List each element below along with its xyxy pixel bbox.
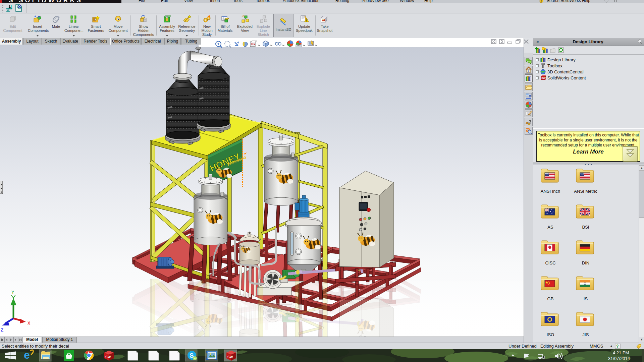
svg-text:?: ? bbox=[541, 0, 542, 3]
svg-text:!: ! bbox=[306, 19, 307, 22]
svg-text:X: X bbox=[28, 321, 31, 326]
svg-text:e: e bbox=[24, 349, 30, 361]
svg-text:Z: Z bbox=[1, 327, 3, 333]
svg-text:SW: SW bbox=[227, 355, 233, 359]
svg-text:Y: Y bbox=[11, 290, 14, 295]
svg-text:SW: SW bbox=[541, 77, 546, 80]
svg-text:31/07/2014: 31/07/2014 bbox=[608, 356, 630, 361]
svg-text:?: ? bbox=[616, 344, 619, 349]
svg-text:SW: SW bbox=[105, 355, 111, 359]
svg-text:4:21 PM: 4:21 PM bbox=[613, 350, 629, 355]
